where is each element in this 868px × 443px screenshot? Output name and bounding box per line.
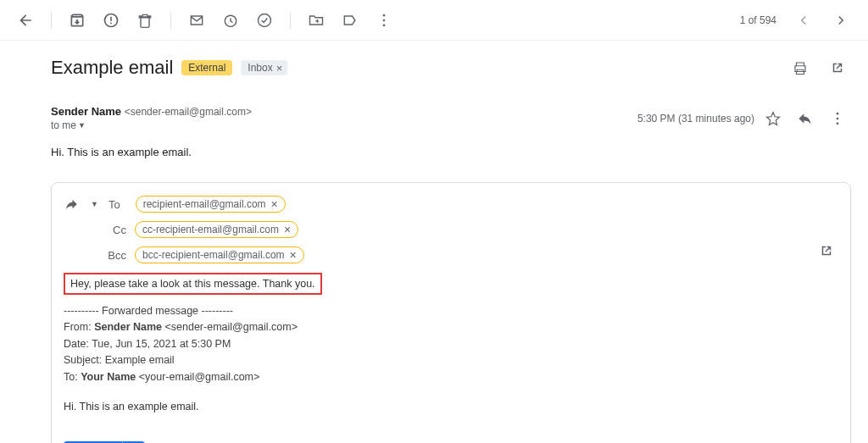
compose-more-icon[interactable] — [774, 440, 804, 443]
to-chip-text: recipient-email@gmail.com — [143, 198, 266, 210]
svg-point-7 — [383, 24, 386, 26]
add-task-icon[interactable] — [249, 5, 280, 36]
fwd-subject-value: Example email — [105, 354, 175, 366]
thread-count: 1 of 594 — [740, 14, 776, 26]
cc-chip[interactable]: cc-recipient-email@gmail.com × — [135, 221, 298, 238]
message-timestamp: 5:30 PM (31 minutes ago) — [637, 113, 754, 125]
svg-point-6 — [383, 19, 386, 21]
compose-send-row: Send — [64, 431, 838, 443]
bcc-chip[interactable]: bcc-recipient-email@gmail.com × — [135, 246, 304, 263]
svg-rect-2 — [110, 22, 112, 24]
recipient-summary[interactable]: to me ▼ — [51, 119, 252, 131]
archive-icon[interactable] — [62, 5, 92, 36]
to-chip[interactable]: recipient-email@gmail.com × — [136, 196, 286, 213]
sender-email: <sender-email@gmail.com> — [125, 106, 252, 118]
forwarded-body[interactable]: Hi. This is an example email. — [64, 401, 838, 413]
inbox-badge-label: Inbox — [248, 62, 272, 74]
svg-point-10 — [837, 123, 839, 125]
svg-point-8 — [837, 113, 839, 115]
print-icon[interactable] — [787, 54, 814, 81]
more-icon[interactable] — [369, 5, 399, 36]
separator — [170, 12, 171, 29]
fwd-to-email: <your-email@gmail.com> — [139, 371, 260, 383]
inbox-badge[interactable]: Inbox × — [241, 60, 287, 75]
message-content: Example email External Inbox × Sender Na… — [0, 41, 868, 443]
svg-rect-1 — [110, 16, 112, 20]
message-body: Hi. This is an example email. — [51, 146, 851, 158]
older-icon[interactable] — [824, 3, 858, 37]
separator — [51, 12, 52, 29]
compose-popout-icon[interactable] — [811, 235, 842, 266]
svg-point-5 — [383, 14, 386, 16]
bcc-chip-text: bcc-recipient-email@gmail.com — [142, 249, 285, 261]
fwd-subject-label: Subject: — [64, 354, 102, 366]
star-icon[interactable] — [760, 105, 787, 132]
recipient-summary-text: to me — [51, 119, 76, 131]
compose-bcc-row: Bcc bcc-recipient-email@gmail.com × — [64, 242, 838, 268]
cc-label: Cc — [96, 224, 126, 236]
fwd-date-value: Tue, Jun 15, 2021 at 5:30 PM — [92, 338, 231, 350]
fwd-from-name: Sender Name — [94, 321, 162, 333]
move-to-icon[interactable] — [301, 5, 331, 36]
back-icon[interactable] — [10, 5, 41, 36]
cc-chip-text: cc-recipient-email@gmail.com — [142, 224, 279, 235]
svg-point-4 — [259, 14, 271, 26]
fwd-from-email: <sender-email@gmail.com> — [165, 321, 298, 333]
top-toolbar: 1 of 594 — [0, 0, 868, 41]
fwd-from-label: From: — [64, 321, 92, 333]
open-new-window-icon[interactable] — [824, 54, 851, 81]
to-chip-remove-icon[interactable]: × — [271, 198, 278, 210]
fwd-to-name: Your Name — [81, 371, 136, 383]
compose-cc-row: Cc cc-recipient-email@gmail.com × — [64, 217, 838, 242]
cc-chip-remove-icon[interactable]: × — [284, 224, 291, 235]
bcc-chip-remove-icon[interactable]: × — [290, 249, 297, 261]
separator — [290, 12, 291, 29]
inbox-badge-remove-icon[interactable]: × — [276, 63, 283, 74]
expand-details-icon[interactable]: ▼ — [78, 121, 86, 130]
forward-mode-icon[interactable] — [64, 197, 79, 212]
subject-row: Example email External Inbox × — [51, 54, 851, 81]
delete-icon[interactable] — [130, 5, 160, 36]
newer-icon[interactable] — [787, 3, 821, 37]
svg-point-9 — [837, 118, 839, 120]
labels-icon[interactable] — [335, 5, 365, 36]
compose-panel: ▼ To recipient-email@gmail.com × Cc cc-r… — [51, 182, 851, 443]
message-header: Sender Name <sender-email@gmail.com> to … — [51, 105, 851, 132]
fwd-date-label: Date: — [64, 338, 89, 350]
forwarded-header-block[interactable]: ---------- Forwarded message --------- F… — [64, 303, 838, 385]
reply-icon[interactable] — [792, 105, 819, 132]
compose-annotation-highlight[interactable]: Hey, please take a look at this message.… — [64, 273, 322, 295]
forwarded-divider: ---------- Forwarded message --------- — [64, 303, 838, 319]
bcc-label: Bcc — [96, 249, 126, 262]
mark-unread-icon[interactable] — [181, 5, 212, 36]
spam-icon[interactable] — [96, 5, 126, 36]
to-label: To — [108, 198, 120, 211]
sender-name: Sender Name — [51, 105, 121, 118]
message-more-icon[interactable] — [824, 105, 851, 132]
external-badge: External — [181, 60, 232, 75]
compose-mode-dropdown-icon[interactable]: ▼ — [91, 200, 98, 208]
snooze-icon[interactable] — [215, 5, 246, 36]
discard-draft-icon[interactable] — [808, 440, 838, 443]
compose-to-row: ▼ To recipient-email@gmail.com × — [64, 191, 838, 217]
subject-text: Example email — [51, 57, 173, 79]
fwd-to-label: To: — [64, 371, 78, 383]
